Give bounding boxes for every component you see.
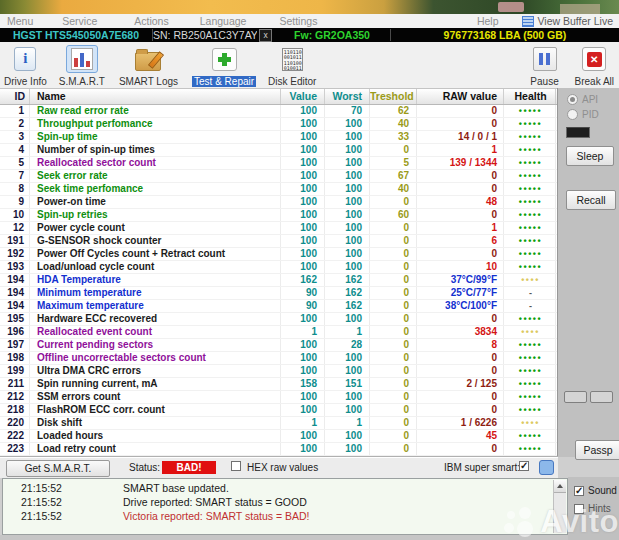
pause-button[interactable]: Pause — [529, 42, 561, 87]
menu-item-menu[interactable]: Menu — [7, 15, 33, 27]
attr-raw-value: 0 — [417, 183, 504, 195]
table-row[interactable]: 9Power-on time100100048••••• — [0, 196, 557, 209]
menu-item-service[interactable]: Service — [62, 15, 97, 27]
attr-raw-value: 0 — [417, 404, 504, 416]
get-smart-button[interactable]: Get S.M.A.R.T. — [6, 460, 110, 477]
attr-raw-value: 0 — [417, 391, 504, 403]
menu-item-help[interactable]: Help — [477, 15, 499, 27]
attr-name: Offline uncorrectable sectors count — [30, 352, 281, 364]
attr-id: 196 — [0, 326, 30, 338]
attr-value: 100 — [281, 443, 325, 455]
hex-raw-values-label: HEX raw values — [247, 462, 318, 473]
attr-raw-value: 1 — [417, 144, 504, 156]
attr-health-dots: ••••• — [504, 105, 556, 117]
table-row[interactable]: 197Current pending sectors1002808••••• — [0, 339, 557, 352]
attr-value: 100 — [281, 430, 325, 442]
attr-raw-value: 6 — [417, 235, 504, 247]
attr-id: 5 — [0, 157, 30, 169]
test-repair-button[interactable]: Test & Repair — [192, 42, 256, 87]
attr-value: 100 — [281, 209, 325, 221]
attr-treshold: 0 — [370, 287, 417, 299]
menu-item-settings[interactable]: Settings — [279, 15, 317, 27]
small-panel-button-1[interactable] — [564, 391, 587, 403]
table-row[interactable]: 196Reallocated event count1103834•••• — [0, 326, 557, 339]
table-row[interactable]: 10Spin-up retries100100600••••• — [0, 209, 557, 222]
table-row[interactable]: 195Hardware ECC recovered10010000••••• — [0, 313, 557, 326]
table-row[interactable]: 212SSM errors count10010000••••• — [0, 391, 557, 404]
attr-treshold: 33 — [370, 131, 417, 143]
table-row[interactable]: 194Maximum temperature90162038°C/100°F- — [0, 300, 557, 313]
table-row[interactable]: 5Reallocated sector count1001005139 / 13… — [0, 157, 557, 170]
binary-data-icon: 110110 001011 110100 010011 — [282, 48, 303, 71]
table-row[interactable]: 211Spin running current, mA15815102 / 12… — [0, 378, 557, 391]
attr-value: 100 — [281, 170, 325, 182]
break-all-button[interactable]: ✕ Break All — [575, 42, 614, 87]
header-raw-value: RAW value — [417, 89, 504, 104]
table-row[interactable]: 220Disk shift1101 / 6226•••• — [0, 417, 557, 430]
table-row[interactable]: 3Spin-up time1001003314 / 0 / 1••••• — [0, 131, 557, 144]
table-row[interactable]: 7Seek error rate100100670••••• — [0, 170, 557, 183]
table-row[interactable]: 2Throughput perfomance100100400••••• — [0, 118, 557, 131]
view-buffer-live-button[interactable]: View Buffer Live — [538, 15, 614, 27]
attr-treshold: 0 — [370, 378, 417, 390]
small-panel-button-2[interactable] — [590, 391, 613, 403]
table-row[interactable]: 193Load/unload cycle count100100010••••• — [0, 261, 557, 274]
disk-editor-button[interactable]: 110110 001011 110100 010011 Disk Editor — [268, 42, 316, 87]
attr-id: 199 — [0, 365, 30, 377]
drive-info-button[interactable]: i Drive Info — [4, 42, 47, 87]
attr-value: 100 — [281, 261, 325, 273]
attr-health-dots: ••••• — [504, 261, 556, 273]
attr-name: Ultra DMA CRC errors — [30, 365, 281, 377]
table-row[interactable]: 192Power Off Cycles count + Retract coun… — [0, 248, 557, 261]
table-row[interactable]: 218FlashROM ECC corr. count10010000••••• — [0, 404, 557, 417]
attr-name: Reallocated sector count — [30, 157, 281, 169]
api-radio[interactable]: API — [567, 94, 598, 105]
pid-radio[interactable]: PID — [567, 109, 599, 120]
hex-raw-values-checkbox[interactable] — [231, 461, 241, 471]
table-row[interactable]: 198Offline uncorrectable sectors count10… — [0, 352, 557, 365]
attr-raw-value: 25°C/77°F — [417, 287, 504, 299]
sound-checkbox[interactable] — [574, 486, 584, 496]
table-row[interactable]: 191G-SENSOR shock counter10010006••••• — [0, 235, 557, 248]
menu-item-language[interactable]: Language — [200, 15, 247, 27]
table-row[interactable]: 1Raw read error rate10070620••••• — [0, 105, 557, 118]
table-row[interactable]: 194HDA Temperature162162037°C/99°F•••• — [0, 274, 557, 287]
buffer-grid-icon[interactable] — [522, 16, 534, 27]
table-row[interactable]: 8Seek time perfomance100100400••••• — [0, 183, 557, 196]
menu-item-actions[interactable]: Actions — [134, 15, 168, 27]
table-row[interactable]: 199Ultra DMA CRC errors10010000••••• — [0, 365, 557, 378]
attr-value: 100 — [281, 391, 325, 403]
menu-bar: Menu Service Actions Language Settings H… — [0, 14, 619, 29]
smart-attributes-table: ID Name Value Worst Treshold RAW value H… — [0, 89, 558, 457]
attr-raw-value: 45 — [417, 430, 504, 442]
attr-treshold: 0 — [370, 196, 417, 208]
table-row[interactable]: 223Load retry count10010000••••• — [0, 443, 557, 456]
recall-button[interactable]: Recall — [566, 190, 616, 210]
table-row[interactable]: 4Number of spin-up times10010001••••• — [0, 144, 557, 157]
attr-id: 194 — [0, 300, 30, 312]
close-icon[interactable]: x — [259, 29, 272, 42]
attr-health-dots: ••••• — [504, 183, 556, 195]
attr-worst: 100 — [325, 261, 370, 273]
table-row[interactable]: 194Minimum temperature90162025°C/77°F- — [0, 287, 557, 300]
attr-worst: 100 — [325, 118, 370, 130]
attr-health-dots: - — [504, 287, 556, 299]
smart-button[interactable]: S.M.A.R.T — [59, 42, 105, 87]
table-row[interactable]: 222Loaded hours100100045••••• — [0, 430, 557, 443]
attr-id: 220 — [0, 417, 30, 429]
ibm-super-smart-checkbox[interactable] — [519, 461, 529, 471]
passport-button[interactable]: Passp — [575, 440, 619, 460]
sound-checkbox-row[interactable]: Sound — [574, 485, 617, 496]
attr-health-dots: ••••• — [504, 339, 556, 351]
scroll-up-icon[interactable] — [554, 480, 566, 493]
table-row[interactable]: 12Power cycle count10010001••••• — [0, 222, 557, 235]
attr-worst: 100 — [325, 144, 370, 156]
hints-checkbox-row[interactable]: Hints — [574, 503, 611, 514]
color-indicator-button[interactable] — [539, 460, 554, 475]
hints-checkbox[interactable] — [574, 504, 584, 514]
sleep-button[interactable]: Sleep — [566, 146, 614, 166]
attr-treshold: 0 — [370, 430, 417, 442]
smart-logs-button[interactable]: SMART Logs — [119, 42, 178, 87]
log-scrollbar[interactable] — [553, 480, 566, 533]
attr-value: 100 — [281, 222, 325, 234]
